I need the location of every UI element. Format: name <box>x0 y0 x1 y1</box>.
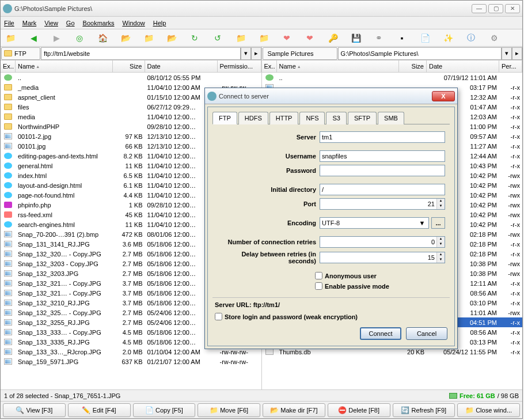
disk-icon[interactable]: 💾 <box>351 33 361 43</box>
gear-icon[interactable]: ⚙ <box>489 33 499 43</box>
home-icon[interactable]: 🏠 <box>97 33 108 43</box>
dialog-icon <box>207 92 217 101</box>
refresh-green-icon[interactable]: ◎ <box>74 33 85 43</box>
doc-icon[interactable]: 📄 <box>420 33 430 43</box>
store-label: Store login and password (weak encryptio… <box>225 313 358 320</box>
right-path-input[interactable] <box>338 47 502 60</box>
bottom-delete-button[interactable]: ⛔Delete [F8] <box>328 403 390 417</box>
col-perm[interactable]: Permissio... <box>218 60 261 72</box>
tab-sftp[interactable]: SFTP <box>348 112 377 124</box>
tab-nfs[interactable]: NFS <box>299 112 325 124</box>
retries-input[interactable]: ▲▼ <box>320 236 445 248</box>
col-ext[interactable]: Ex.. <box>1 60 16 72</box>
dialog-close-button[interactable]: X <box>432 91 455 101</box>
list-item[interactable]: ..08/10/12 05:55 PM <box>1 73 261 82</box>
toolbar: 📁 ◀ ▶ ◎ 🏠 📂 📁 📂 ↻ ↺ 📁 📁 ❤ ❤ 🔑 💾 ⚭ ▪ 📄 ✨ … <box>1 29 522 47</box>
left-pathbar: FTP ▾ ▸ <box>1 47 261 60</box>
initdir-input[interactable] <box>320 184 445 195</box>
wand-icon[interactable]: ✨ <box>443 33 453 43</box>
folder-icon <box>4 50 12 56</box>
col-date[interactable]: Date <box>145 60 218 72</box>
list-item[interactable]: ..07/19/12 11:01 AM <box>262 73 523 82</box>
folder-open-icon[interactable]: 📂 <box>166 33 177 43</box>
close-button[interactable]: ✕ <box>505 4 520 13</box>
terminal-icon[interactable]: ▪ <box>397 33 407 43</box>
fav-pink2-icon[interactable]: ❤ <box>305 33 315 43</box>
tab-ftp[interactable]: FTP <box>212 112 237 124</box>
menu-mark[interactable]: Mark <box>22 20 36 27</box>
left-folder-button[interactable]: FTP <box>1 47 40 60</box>
port-input[interactable]: ▲▼ <box>320 198 445 210</box>
encoding-more-button[interactable]: ... <box>431 217 445 229</box>
right-path-go[interactable]: ▸ <box>512 47 522 60</box>
back-icon[interactable]: ◀ <box>28 33 39 43</box>
menu-go[interactable]: Go <box>66 20 75 27</box>
connect-dialog: Connect to server X FTPHDFSHTTPNFSS3SFTP… <box>204 88 458 349</box>
col-ext-r[interactable]: Ex.. <box>262 60 277 72</box>
link-icon[interactable]: ⚭ <box>374 33 384 43</box>
server-label: Server <box>217 134 320 141</box>
col-size-r[interactable]: Size <box>399 60 427 72</box>
password-input[interactable] <box>320 165 445 176</box>
passive-checkbox[interactable] <box>315 282 322 290</box>
username-input[interactable] <box>320 150 445 162</box>
window-title: G:\Photos\Sample Pictures\ <box>14 5 470 12</box>
sync-left-icon[interactable]: ↻ <box>189 33 200 43</box>
app-icon <box>3 4 12 13</box>
bottom-make-button[interactable]: 📂Make dir [F7] <box>263 403 325 417</box>
store-checkbox[interactable] <box>215 313 222 320</box>
bottom-edit-button[interactable]: ✏️Edit [F4] <box>68 403 131 417</box>
tab-http[interactable]: HTTP <box>269 112 299 124</box>
bottom-move-button[interactable]: 📁Move [F6] <box>198 403 260 417</box>
folder-b-icon[interactable]: 📁 <box>259 33 269 43</box>
minimize-button[interactable]: — <box>472 4 487 13</box>
right-path-dropdown[interactable]: ▾ <box>502 47 512 60</box>
bottom-copy-button[interactable]: 📄Copy [F5] <box>133 403 196 417</box>
sync-right-icon[interactable]: ↺ <box>212 33 223 43</box>
folder-icon[interactable]: 📁 <box>143 33 154 43</box>
menu-file[interactable]: File <box>4 20 14 27</box>
menu-bookmarks[interactable]: Bookmarks <box>83 20 115 27</box>
left-path-input[interactable] <box>41 47 241 60</box>
initdir-label: Initial directory <box>217 186 320 193</box>
list-item[interactable]: Snap_159_5971.JPG637 KB01/21/07 12:00 AM… <box>1 357 261 366</box>
dialog-body: FTPHDFSHTTPNFSS3SFTPSMB Server Username … <box>207 107 455 346</box>
col-perm-r[interactable]: Per... <box>499 60 522 72</box>
connect-button[interactable]: Connect <box>360 327 401 340</box>
bottom-view-button[interactable]: 🔍View [F3] <box>3 403 66 417</box>
left-path-go[interactable]: ▸ <box>251 47 261 60</box>
server-input[interactable] <box>320 131 445 143</box>
col-name[interactable]: Name▲ <box>16 60 113 72</box>
left-path-dropdown[interactable]: ▾ <box>241 47 251 60</box>
tab-hdfs[interactable]: HDFS <box>238 112 268 124</box>
tab-s3[interactable]: S3 <box>326 112 346 124</box>
bottom-close-button[interactable]: 📁Close wind... <box>457 403 520 417</box>
anon-checkbox[interactable] <box>315 272 322 279</box>
delay-input[interactable]: ▲▼ <box>320 252 445 263</box>
col-size[interactable]: Size <box>113 60 145 72</box>
forward-icon[interactable]: ▶ <box>51 33 62 43</box>
tab-smb[interactable]: SMB <box>378 112 404 124</box>
delay-label: Delay between retries (in seconds) <box>217 251 320 264</box>
col-date-r[interactable]: Date <box>427 60 499 72</box>
up-icon[interactable]: 📂 <box>120 33 131 43</box>
menu-view[interactable]: View <box>44 20 58 27</box>
menu-window[interactable]: Window <box>123 20 145 27</box>
folder-a-icon[interactable]: 📁 <box>236 33 246 43</box>
maximize-button[interactable]: ▢ <box>488 4 503 13</box>
right-folder-button[interactable]: Sample Pictures <box>263 47 337 60</box>
tab-content: Server Username Password Initial directo… <box>212 124 450 295</box>
cancel-button[interactable]: Cancel <box>406 327 447 340</box>
menu-help[interactable]: Help <box>153 20 166 27</box>
dialog-title: Connect to server <box>219 93 432 100</box>
fav-pink-icon[interactable]: ❤ <box>282 33 292 43</box>
bottom-refresh-button[interactable]: 🔄Refresh [F9] <box>393 403 455 417</box>
titlebar: G:\Photos\Sample Pictures\ — ▢ ✕ <box>1 1 522 17</box>
encoding-select[interactable]: UTF-8▼ <box>320 217 429 229</box>
info-icon[interactable]: ⓘ <box>466 33 476 43</box>
status-text: 1 of 28 selected - Snap_176_7651-1.JPG <box>4 392 120 399</box>
folder-new-icon[interactable]: 📁 <box>5 33 16 43</box>
passive-label: Enable passive mode <box>325 283 389 290</box>
key-icon[interactable]: 🔑 <box>328 33 338 43</box>
col-name-r[interactable]: Name▲ <box>277 60 400 72</box>
